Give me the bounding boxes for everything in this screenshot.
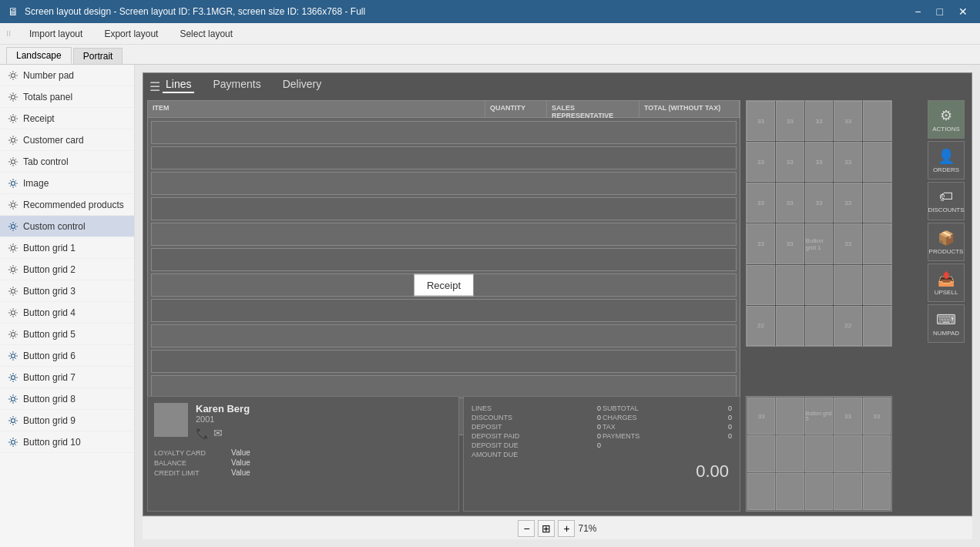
grid-cell[interactable]: 22 (747, 306, 775, 346)
grid-cell[interactable] (776, 306, 804, 346)
designer-canvas[interactable]: ☰ Lines Payments Delivery ITEM QUANTITY … (143, 72, 972, 516)
sidebar-item-button-grid-6[interactable]: Button grid 6 (0, 345, 134, 367)
action-btn-numpad[interactable]: ⌨ NUMPAD (928, 304, 965, 343)
grid-cell[interactable]: 33 (776, 101, 804, 141)
action-btn-discounts[interactable]: 🏷 DISCOUNTS (928, 182, 965, 220)
customer-id: 2001 (196, 414, 452, 424)
grid-cell[interactable] (776, 435, 804, 472)
sidebar-item-totals-panel[interactable]: Totals panel (0, 86, 134, 108)
sidebar-item-button-grid-2[interactable]: Button grid 2 (0, 259, 134, 280)
sidebar-item-button-grid-4[interactable]: Button grid 4 (0, 302, 134, 324)
grid-cell[interactable]: 33 (805, 101, 834, 141)
action-btn-actions[interactable]: ⚙ ACTIONS (928, 100, 965, 139)
canvas-tab-delivery[interactable]: Delivery (280, 76, 325, 93)
sidebar-item-button-grid-7[interactable]: Button grid 7 (0, 367, 134, 388)
export-layout-menu[interactable]: Export layout (101, 27, 161, 41)
customer-field-credit: CREDIT LIMIT Value (154, 468, 452, 477)
grid-cell[interactable] (863, 101, 891, 141)
zoom-in-button[interactable]: + (558, 520, 575, 537)
sidebar-item-button-grid-1[interactable]: Button grid 1 (0, 237, 134, 259)
sidebar-item-receipt[interactable]: Receipt (0, 108, 134, 129)
grid-cell[interactable] (805, 435, 833, 472)
grid-cell[interactable]: 33 (805, 183, 834, 223)
zoom-fit-button[interactable]: ⊞ (538, 520, 555, 537)
totals-value2: 0 (713, 423, 732, 431)
close-button[interactable]: ✕ (954, 4, 972, 19)
grid-cell[interactable] (776, 398, 804, 435)
canvas-tab-payments[interactable]: Payments (210, 76, 263, 93)
grid-cell[interactable]: 33 (776, 142, 804, 182)
sidebar-item-button-grid-9[interactable]: Button grid 9 (0, 410, 134, 431)
grid-cell[interactable]: 33 (834, 142, 862, 182)
select-layout-menu[interactable]: Select layout (176, 27, 236, 41)
sidebar-item-custom-control[interactable]: Custom control (0, 216, 134, 237)
grid-cell[interactable]: 33 (834, 183, 862, 223)
grid-cell[interactable] (805, 473, 833, 510)
action-btn-orders[interactable]: 👤 ORDERS (928, 141, 965, 180)
gear-icon (8, 156, 18, 167)
grid-cell[interactable] (747, 435, 775, 472)
hamburger-icon[interactable]: ☰ (149, 79, 160, 94)
grid-cell[interactable] (863, 473, 891, 510)
receipt-row (151, 172, 737, 195)
grid-cell[interactable] (776, 265, 804, 305)
action-btn-upsell[interactable]: 📤 UPSELL (928, 263, 965, 302)
grid-cell[interactable] (747, 265, 775, 305)
app-icon: 🖥 (8, 5, 18, 18)
grid-cell[interactable]: Button grid 1 (805, 223, 834, 263)
grid-cell[interactable]: 33 (747, 398, 775, 435)
grid-cell[interactable]: Button grid 5 (805, 398, 833, 435)
receipt-row (151, 274, 737, 297)
grid-cell[interactable] (863, 142, 891, 182)
svg-point-17 (12, 440, 15, 444)
gear-icon-active (8, 372, 18, 383)
grid-cell[interactable] (834, 473, 861, 510)
svg-point-8 (12, 246, 15, 250)
maximize-button[interactable]: □ (932, 4, 948, 19)
zoom-out-button[interactable]: − (518, 520, 535, 537)
grid-cell[interactable]: 33 (747, 101, 775, 141)
grid-cell[interactable] (834, 435, 861, 472)
grid-cell[interactable]: 33 (834, 223, 862, 263)
totals-label2: CHARGES (602, 414, 711, 421)
grid-cell[interactable] (863, 223, 891, 263)
grid-cell[interactable]: 33 (863, 398, 891, 435)
grid-cell[interactable] (863, 435, 891, 472)
sidebar-item-customer-card[interactable]: Customer card (0, 129, 134, 151)
grid-cell[interactable] (805, 306, 834, 346)
customer-header: Karen Berg 2001 📞 ✉ (148, 397, 458, 445)
sidebar-item-button-grid-8[interactable]: Button grid 8 (0, 388, 134, 410)
minimize-button[interactable]: − (910, 4, 925, 19)
grid-cell[interactable]: 33 (834, 398, 861, 435)
grid-cell[interactable] (863, 183, 891, 223)
grid-cell[interactable] (776, 473, 804, 510)
grid-cell[interactable]: 22 (834, 306, 862, 346)
sidebar-item-tab-control[interactable]: Tab control (0, 151, 134, 173)
grid-cell[interactable] (863, 306, 891, 346)
tab-landscape[interactable]: Landscape (6, 47, 72, 64)
tab-portrait[interactable]: Portrait (73, 48, 123, 64)
grid-cell[interactable] (805, 265, 834, 305)
grid-cell[interactable]: 33 (776, 183, 804, 223)
svg-point-4 (12, 159, 15, 163)
sidebar-item-recommended-products[interactable]: Recommended products (0, 194, 134, 216)
grid-cell[interactable]: 33 (776, 223, 804, 263)
grid-cell[interactable]: 33 (805, 142, 834, 182)
import-layout-menu[interactable]: Import layout (26, 27, 86, 41)
svg-point-5 (12, 181, 15, 185)
sidebar-item-button-grid-10[interactable]: Button grid 10 (0, 431, 134, 453)
grid-cell[interactable] (834, 265, 862, 305)
sidebar-item-button-grid-3[interactable]: Button grid 3 (0, 280, 134, 302)
grid-cell[interactable] (863, 265, 891, 305)
canvas-tab-lines[interactable]: Lines (163, 76, 194, 93)
grid-cell[interactable]: 33 (747, 183, 775, 223)
sidebar-item-image[interactable]: Image (0, 173, 134, 194)
sidebar-item-number-pad[interactable]: Number pad (0, 65, 134, 86)
grid-cell[interactable] (747, 473, 775, 510)
sidebar-item-button-grid-5[interactable]: Button grid 5 (0, 324, 134, 345)
phone-icon: 📞 (196, 427, 209, 439)
action-btn-products[interactable]: 📦 PRODUCTS (928, 223, 965, 261)
grid-cell[interactable]: 33 (747, 223, 775, 263)
grid-cell[interactable]: 33 (747, 142, 775, 182)
grid-cell[interactable]: 33 (834, 101, 862, 141)
